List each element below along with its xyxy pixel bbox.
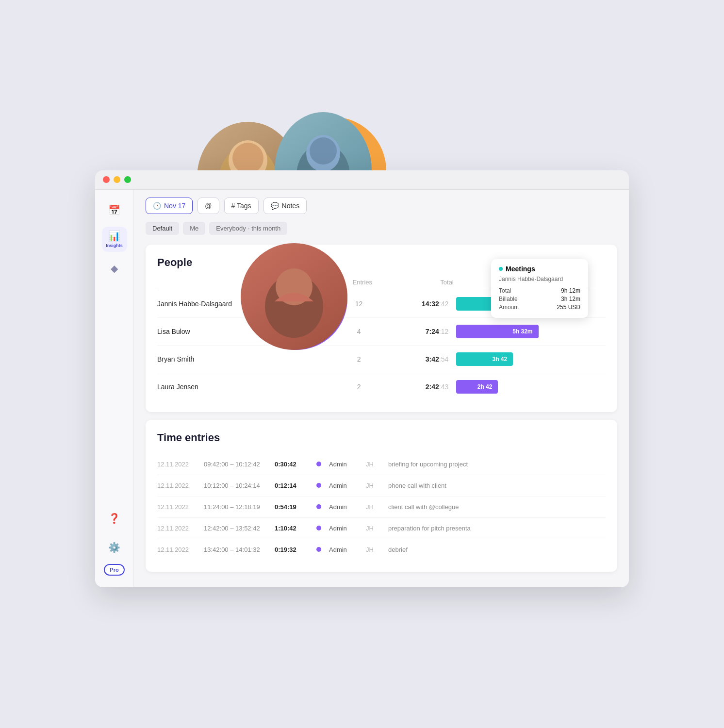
person-entries-4: 2 [329,383,389,391]
tooltip-total-row: Total 9h 12m [499,287,580,294]
maximize-button[interactable] [124,176,131,183]
person-entries-3: 2 [329,355,389,363]
table-row: Bryan Smith 2 3:42:54 3h 42 [157,346,606,373]
time-date-4: 12.11.2022 [157,525,196,532]
time-duration-2: 0:12:14 [275,482,309,489]
time-entry-row: 12.11.2022 13:42:00 – 14:01:32 0:19:32 A… [157,539,606,560]
time-dot-2 [316,483,321,488]
tooltip-billable-label: Billable [499,296,518,302]
svg-point-2 [232,143,263,174]
sidebar-item-calendar[interactable]: 📅 [102,198,127,223]
time-table: 12.11.2022 09:42:00 – 10:12:42 0:30:42 A… [157,454,606,560]
time-user-4: JH [366,525,380,532]
col-header-total: Total [393,279,453,286]
sidebar-item-diamond[interactable]: ◆ [102,256,127,281]
date-filter-chip[interactable]: 🕐 Nov 17 [146,198,193,214]
notes-icon: 💬 [271,202,279,210]
time-desc-3: client call with @collegue [388,503,606,511]
time-bar-4: 2h 42 [456,380,498,394]
help-icon: ❓ [108,513,120,524]
notes-label: Notes [282,202,300,210]
time-desc-1: briefing for upcoming project [388,461,606,468]
people-section: People Meetings Jannis Habbe-Dalsgaard T… [146,245,617,412]
time-date-1: 12.11.2022 [157,461,196,468]
minimize-button[interactable] [114,176,120,183]
main-content: 🕐 Nov 17 @ # Tags 💬 Notes [134,190,629,587]
sidebar-item-help[interactable]: ❓ [102,506,127,531]
time-range-4: 12:42:00 – 13:52:42 [204,525,267,532]
time-category-1: Admin [329,461,358,468]
traffic-lights [103,176,131,183]
time-user-2: JH [366,482,380,489]
tooltip-label: Meetings [506,265,535,273]
tooltip-total-value: 9h 12m [561,287,580,294]
notes-filter-chip[interactable]: 💬 Notes [263,198,307,214]
bar-container-3: 3h 42 [448,352,606,366]
title-bar [95,170,629,190]
bar-container-4: 2h 42 [448,380,606,394]
person-total-3: 3:42:54 [389,355,448,363]
time-duration-3: 0:54:19 [275,503,309,511]
time-entry-row: 12.11.2022 12:42:00 – 13:52:42 1:10:42 A… [157,518,606,539]
time-range-5: 13:42:00 – 14:01:32 [204,546,267,553]
view-btn-me[interactable]: Me [183,222,205,235]
time-dot-3 [316,504,321,509]
time-entry-row: 12.11.2022 09:42:00 – 10:12:42 0:30:42 A… [157,454,606,475]
clock-icon: 🕐 [153,202,161,210]
time-entry-row: 12.11.2022 11:24:00 – 12:18:19 0:54:19 A… [157,496,606,518]
time-desc-4: preparation for pitch presenta [388,525,606,532]
time-entry-row: 12.11.2022 10:12:00 – 10:24:14 0:12:14 A… [157,475,606,496]
pro-badge[interactable]: Pro [104,564,124,576]
table-row: Lisa Bulow 4 7:24:12 5h 32m [157,318,606,346]
time-desc-5: debrief [388,546,606,553]
close-button[interactable] [103,176,110,183]
tags-filter-chip[interactable]: # Tags [224,198,259,214]
time-dot-4 [316,526,321,530]
time-date-2: 12.11.2022 [157,482,196,489]
svg-point-5 [310,137,337,165]
mention-filter-chip[interactable]: @ [197,198,219,214]
tooltip-total-label: Total [499,287,511,294]
insights-icon: 📊 [108,230,120,242]
time-dot-5 [316,547,321,552]
time-duration-5: 0:19:32 [275,546,309,553]
bar-container-2: 5h 32m [448,325,606,338]
person-name-3: Bryan Smith [157,355,269,363]
time-category-5: Admin [329,546,358,553]
tooltip-amount-label: Amount [499,304,519,311]
person-total-4: 2:42:43 [389,383,448,391]
tooltip-amount-row: Amount 255 USD [499,304,580,311]
time-duration-1: 0:30:42 [275,461,309,468]
person-name-4: Laura Jensen [157,383,269,391]
date-filter-label: Nov 17 [164,202,185,210]
time-entries-section: Time entries 12.11.2022 09:42:00 – 10:12… [146,420,617,572]
time-date-3: 12.11.2022 [157,503,196,511]
time-range-1: 09:42:00 – 10:12:42 [204,461,267,468]
sidebar-item-settings[interactable]: ⚙️ [102,535,127,560]
time-category-3: Admin [329,503,358,511]
time-desc-2: phone call with client [388,482,606,489]
tooltip-billable-value: 3h 12m [561,296,580,302]
tooltip-person: Jannis Habbe-Dalsgaard [499,276,580,282]
avatar-person-3 [241,243,347,350]
tooltip-billable-row: Billable 3h 12m [499,296,580,302]
view-btn-default[interactable]: Default [146,222,179,235]
view-btn-everybody[interactable]: Everybody - this month [209,222,287,235]
time-entries-title: Time entries [157,431,606,444]
time-bar-3: 3h 42 [456,352,513,366]
time-date-5: 12.11.2022 [157,546,196,553]
sidebar: 📅 📊 Insights ◆ ❓ ⚙️ Pro [95,190,134,587]
view-filters: Default Me Everybody - this month [146,222,617,235]
time-category-2: Admin [329,482,358,489]
table-row: Laura Jensen 2 2:42:43 2h 42 [157,373,606,400]
calendar-icon: 📅 [108,204,120,216]
person-total-1: 14:32:42 [389,300,448,308]
tooltip-card: Meetings Jannis Habbe-Dalsgaard Total 9h… [491,259,588,318]
person-total-2: 7:24:12 [389,328,448,335]
diamond-icon: ◆ [111,263,118,274]
sidebar-item-insights[interactable]: 📊 Insights [102,227,127,252]
settings-icon: ⚙️ [108,542,120,553]
sidebar-insights-label: Insights [106,243,123,248]
time-dot-1 [316,462,321,466]
tooltip-dot [499,267,503,271]
